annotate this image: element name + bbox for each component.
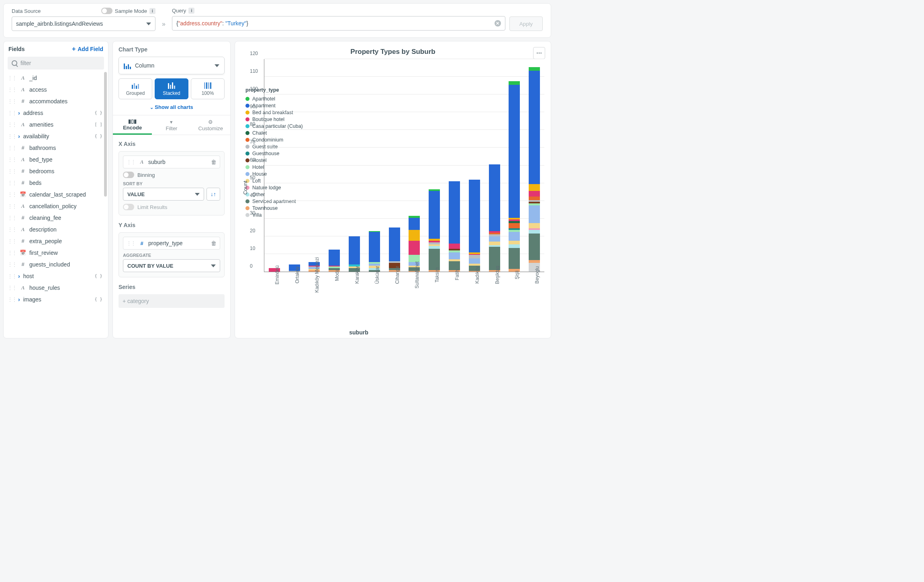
bar[interactable]	[409, 59, 420, 272]
sort-direction-button[interactable]: ↓↑	[206, 188, 220, 201]
field-beds[interactable]: ⋮⋮#beds	[4, 177, 106, 189]
grip-icon: ⋮⋮	[8, 180, 16, 186]
expand-icon[interactable]: ›	[18, 273, 20, 279]
field-type-icon: #	[20, 238, 26, 244]
field-cancellation_policy[interactable]: ⋮⋮Acancellation_policy	[4, 200, 106, 212]
top-bar: Data Source Sample Mode i sample_airbnb.…	[3, 3, 551, 38]
query-input[interactable]: {"address.country": "Turkey"} ✕	[172, 16, 505, 31]
sample-mode-toggle[interactable]	[101, 8, 112, 14]
bar[interactable]	[309, 59, 320, 272]
bar-segment	[509, 244, 520, 248]
subtype-stacked[interactable]: Stacked	[155, 78, 188, 99]
grip-icon: ⋮⋮	[8, 203, 16, 209]
bar-segment	[529, 67, 540, 71]
bar[interactable]	[329, 59, 340, 272]
field-accommodates[interactable]: ⋮⋮#accommodates	[4, 95, 106, 107]
field-amenities[interactable]: ⋮⋮Aamenities[ ]	[4, 119, 106, 130]
bar-segment	[449, 261, 460, 270]
expand-icon[interactable]: ›	[18, 133, 20, 139]
bar[interactable]	[469, 59, 480, 272]
subtype-100pct[interactable]: 100%	[191, 78, 225, 99]
field-bedrooms[interactable]: ⋮⋮#bedrooms	[4, 165, 106, 177]
x-tick-label: Kadıköy	[474, 266, 480, 283]
bar-segment	[489, 236, 500, 242]
field-_id[interactable]: ⋮⋮A_id	[4, 72, 106, 84]
field-access[interactable]: ⋮⋮Aaccess	[4, 84, 106, 95]
chart-type-dropdown[interactable]: Column	[119, 57, 225, 74]
fields-list[interactable]: ⋮⋮A_id⋮⋮Aaccess⋮⋮#accommodates⋮⋮›address…	[4, 72, 108, 338]
x-axis-field[interactable]: ⋮⋮Asuburb 🗑	[123, 156, 220, 168]
filter-icon: ▾	[170, 119, 173, 125]
fields-filter-input[interactable]: filter	[8, 57, 104, 70]
binning-toggle[interactable]	[123, 172, 134, 178]
x-tick-label: Moda	[334, 269, 340, 281]
field-extra_people[interactable]: ⋮⋮#extra_people	[4, 235, 106, 247]
series-category-input[interactable]: + category	[119, 294, 225, 308]
x-tick-label: Eminönü	[274, 265, 280, 284]
field-description[interactable]: ⋮⋮Adescription	[4, 223, 106, 235]
bar[interactable]	[449, 59, 460, 272]
limit-results-toggle[interactable]	[123, 204, 134, 210]
tab-customize[interactable]: ⚙Customize	[191, 115, 230, 135]
bar[interactable]	[389, 59, 400, 272]
field-address[interactable]: ⋮⋮›address{ }	[4, 107, 106, 119]
field-images[interactable]: ⋮⋮›images{ }	[4, 293, 106, 305]
y-axis-field[interactable]: ⋮⋮#property_type 🗑	[123, 237, 220, 250]
chevron-down-icon	[211, 264, 216, 267]
legend-swatch	[245, 124, 249, 128]
grip-icon: ⋮⋮	[8, 157, 16, 162]
tab-encode[interactable]: ▮▯▮Encode	[113, 115, 152, 135]
aggregate-dropdown[interactable]: COUNT BY VALUE	[123, 259, 220, 272]
x-tick-label: Taksim	[434, 267, 440, 282]
subtype-grouped[interactable]: Grouped	[119, 78, 152, 99]
grip-icon: ⋮⋮	[8, 273, 16, 279]
bar[interactable]	[349, 59, 360, 272]
trash-icon[interactable]: 🗑	[211, 240, 217, 246]
field-availability[interactable]: ⋮⋮›availability{ }	[4, 130, 106, 142]
show-all-charts-link[interactable]: ⌄ Show all charts	[119, 104, 225, 110]
bar[interactable]	[489, 59, 500, 272]
expand-icon[interactable]: ›	[18, 110, 20, 116]
data-source-dropdown[interactable]: sample_airbnb.listingsAndReviews	[12, 16, 155, 31]
trash-icon[interactable]: 🗑	[211, 159, 217, 165]
add-field-button[interactable]: +Add Field	[72, 45, 103, 53]
grip-icon: ⋮⋮	[8, 98, 16, 104]
bar[interactable]	[269, 59, 280, 272]
expand-icon[interactable]: ›	[18, 296, 20, 303]
bar[interactable]	[369, 59, 380, 272]
bar-segment	[509, 248, 520, 269]
query-column: Query i {"address.country": "Turkey"} ✕	[172, 8, 505, 31]
bar[interactable]	[429, 59, 440, 272]
tab-filter[interactable]: ▾Filter	[152, 115, 191, 135]
info-icon[interactable]: i	[188, 8, 194, 14]
field-bed_type[interactable]: ⋮⋮Abed_type	[4, 154, 106, 165]
x-tick-label: Fatih	[454, 270, 460, 281]
data-source-column: Data Source Sample Mode i sample_airbnb.…	[12, 8, 155, 31]
field-cleaning_fee[interactable]: ⋮⋮#cleaning_fee	[4, 212, 106, 223]
info-icon[interactable]: i	[149, 8, 155, 14]
bar[interactable]	[509, 59, 520, 272]
field-house_rules[interactable]: ⋮⋮Ahouse_rules	[4, 282, 106, 293]
field-type-icon: A	[20, 75, 26, 81]
sort-by-dropdown[interactable]: VALUE	[123, 188, 204, 201]
chart-menu-button[interactable]: ⋯	[533, 47, 545, 59]
apply-button[interactable]: Apply	[509, 16, 543, 31]
field-bathrooms[interactable]: ⋮⋮#bathrooms	[4, 142, 106, 154]
fields-title: Fields	[8, 46, 25, 52]
field-first_review[interactable]: ⋮⋮📅first_review	[4, 247, 106, 258]
bar-segment	[329, 250, 340, 266]
field-host[interactable]: ⋮⋮›host{ }	[4, 270, 106, 282]
bar-segment	[529, 234, 540, 260]
field-guests_included[interactable]: ⋮⋮#guests_included	[4, 258, 106, 270]
bar[interactable]	[289, 59, 300, 272]
clear-query-icon[interactable]: ✕	[495, 20, 501, 27]
field-type-icon: A	[20, 226, 26, 233]
field-type-icon: #	[20, 180, 26, 186]
grip-icon: ⋮⋮	[8, 215, 16, 221]
field-calendar_last_scraped[interactable]: ⋮⋮📅calendar_last_scraped	[4, 189, 106, 200]
query-text: {"address.country": "Turkey"}	[176, 20, 248, 27]
bar[interactable]	[529, 59, 540, 272]
bar-segment	[509, 81, 520, 85]
legend-swatch	[245, 152, 249, 156]
legend-swatch	[245, 97, 249, 101]
